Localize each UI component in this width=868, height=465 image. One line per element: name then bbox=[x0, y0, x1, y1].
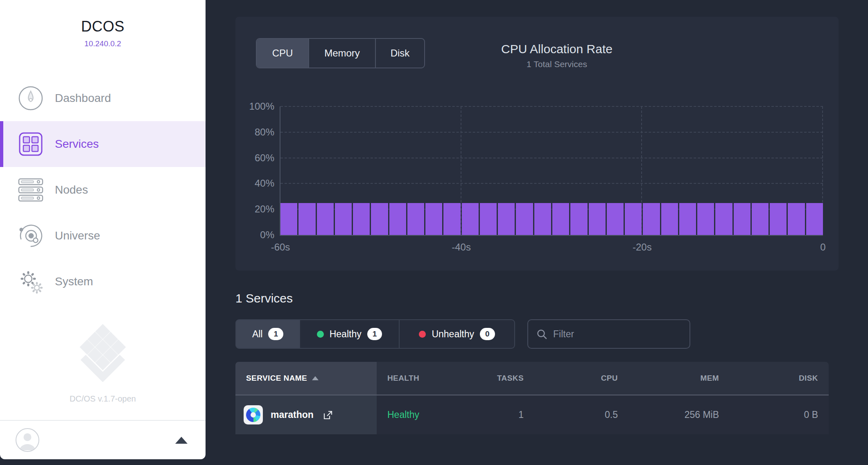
chart-subtitle: 1 Total Services bbox=[475, 59, 639, 69]
x-axis-label: -20s bbox=[633, 242, 652, 253]
bar bbox=[625, 203, 642, 235]
bar bbox=[353, 203, 370, 235]
filter-all[interactable]: All 1 bbox=[236, 320, 299, 348]
filter-count-badge: 1 bbox=[367, 328, 382, 340]
bar bbox=[552, 203, 569, 235]
bar bbox=[407, 203, 424, 235]
sidebar-item-services[interactable]: Services bbox=[0, 121, 206, 167]
bar-series bbox=[280, 106, 823, 235]
health-filter-tabs: All 1 Healthy 1 Unhealthy 0 bbox=[235, 319, 515, 349]
bar bbox=[752, 203, 769, 235]
service-name: marathon bbox=[271, 409, 314, 420]
filter-healthy[interactable]: Healthy 1 bbox=[299, 320, 399, 348]
bar bbox=[317, 203, 334, 235]
sidebar-item-dashboard[interactable]: Dashboard bbox=[0, 75, 206, 121]
cpu-cell: 0.5 bbox=[534, 395, 628, 434]
tab-disk[interactable]: Disk bbox=[375, 39, 424, 68]
col-mem[interactable]: MEM bbox=[628, 362, 730, 395]
filter-input[interactable] bbox=[553, 329, 681, 340]
bar bbox=[425, 203, 442, 235]
health-cell: Healthy bbox=[377, 395, 481, 434]
column-label: MEM bbox=[700, 374, 719, 383]
bar bbox=[335, 203, 352, 235]
dcos-app: { "colors": { "accent_purple": "#8347e0"… bbox=[0, 0, 868, 465]
bar bbox=[607, 203, 624, 235]
bar bbox=[770, 203, 787, 235]
table-row-marathon[interactable]: marathon Healthy 1 0.5 256 MiB 0 B bbox=[235, 395, 829, 434]
bar bbox=[788, 203, 805, 235]
y-axis-label: 100% bbox=[235, 101, 274, 112]
bar bbox=[498, 203, 515, 235]
brand: DCOS 10.240.0.2 bbox=[0, 0, 206, 48]
bar bbox=[570, 203, 587, 235]
bar bbox=[371, 203, 388, 235]
x-axis-label: -60s bbox=[271, 242, 290, 253]
marathon-logo-icon bbox=[244, 405, 263, 424]
mem-cell: 256 MiB bbox=[628, 395, 730, 434]
service-cell: marathon bbox=[235, 395, 377, 434]
sidebar-item-system[interactable]: System bbox=[0, 259, 206, 305]
col-cpu[interactable]: CPU bbox=[534, 362, 628, 395]
services-table: SERVICE NAME HEALTH TASKS CPU MEM DISK m… bbox=[235, 362, 829, 434]
chart-header: CPU Allocation Rate 1 Total Services bbox=[475, 42, 639, 69]
tasks-cell: 1 bbox=[481, 395, 534, 434]
column-label: SERVICE NAME bbox=[246, 374, 307, 383]
sidebar-menu: Dashboard Services bbox=[0, 75, 206, 305]
tab-memory[interactable]: Memory bbox=[308, 39, 375, 68]
filter-unhealthy[interactable]: Unhealthy 0 bbox=[399, 320, 514, 348]
y-axis-label: 40% bbox=[235, 178, 274, 189]
x-axis-label: -40s bbox=[452, 242, 471, 253]
col-tasks[interactable]: TASKS bbox=[481, 362, 534, 395]
sidebar-item-nodes[interactable]: Nodes bbox=[0, 167, 206, 213]
unhealthy-dot-icon bbox=[419, 331, 426, 338]
column-label: TASKS bbox=[497, 374, 524, 383]
bar bbox=[462, 203, 479, 235]
orbit-icon bbox=[16, 223, 46, 249]
sidebar-item-label: Nodes bbox=[55, 183, 88, 196]
col-disk[interactable]: DISK bbox=[730, 362, 829, 395]
bar bbox=[806, 203, 823, 235]
col-service-name[interactable]: SERVICE NAME bbox=[235, 362, 377, 395]
avatar[interactable] bbox=[16, 428, 39, 452]
bar bbox=[280, 203, 297, 235]
tab-cpu[interactable]: CPU bbox=[257, 39, 308, 68]
collapse-caret-icon[interactable] bbox=[175, 437, 188, 444]
chart-title: CPU Allocation Rate bbox=[475, 42, 639, 56]
bar bbox=[715, 203, 732, 235]
table-header-row: SERVICE NAME HEALTH TASKS CPU MEM DISK bbox=[235, 362, 829, 395]
healthy-dot-icon bbox=[317, 331, 324, 338]
bar bbox=[534, 203, 551, 235]
y-axis-label: 60% bbox=[235, 152, 274, 164]
external-link-icon[interactable] bbox=[323, 410, 333, 420]
sidebar-item-label: Services bbox=[55, 138, 99, 151]
sidebar: DCOS 10.240.0.2 Dashboard bbox=[0, 0, 206, 459]
cluster-ip[interactable]: 10.240.0.2 bbox=[0, 39, 206, 48]
bar bbox=[516, 203, 533, 235]
services-count-heading: 1 Services bbox=[235, 291, 293, 305]
sidebar-item-label: Universe bbox=[55, 229, 100, 242]
sidebar-item-label: System bbox=[55, 275, 93, 288]
app-title: DCOS bbox=[0, 18, 206, 35]
servers-icon bbox=[16, 178, 46, 202]
col-health[interactable]: HEALTH bbox=[377, 362, 481, 395]
main-content: CPU Memory Disk CPU Allocation Rate 1 To… bbox=[206, 0, 868, 465]
bar bbox=[389, 203, 406, 235]
filter-label: Unhealthy bbox=[432, 329, 474, 340]
plot-area: 0%20%40%60%80%100%-60s-40s-20s0 bbox=[280, 106, 823, 236]
sidebar-item-universe[interactable]: Universe bbox=[0, 213, 206, 259]
bar bbox=[734, 203, 750, 235]
column-label: DISK bbox=[799, 374, 818, 383]
filter-count-badge: 1 bbox=[268, 328, 283, 340]
chart-panel: CPU Memory Disk CPU Allocation Rate 1 To… bbox=[235, 17, 839, 271]
filter-label: Healthy bbox=[330, 329, 362, 340]
bar bbox=[661, 203, 678, 235]
bar bbox=[697, 203, 714, 235]
bar bbox=[589, 203, 606, 235]
filter-count-badge: 0 bbox=[480, 328, 495, 340]
column-label: HEALTH bbox=[387, 374, 419, 383]
user-row bbox=[0, 420, 206, 459]
filter-input-wrap bbox=[527, 319, 690, 349]
y-axis-label: 0% bbox=[235, 229, 274, 241]
bar bbox=[443, 203, 460, 235]
bar bbox=[643, 203, 660, 235]
